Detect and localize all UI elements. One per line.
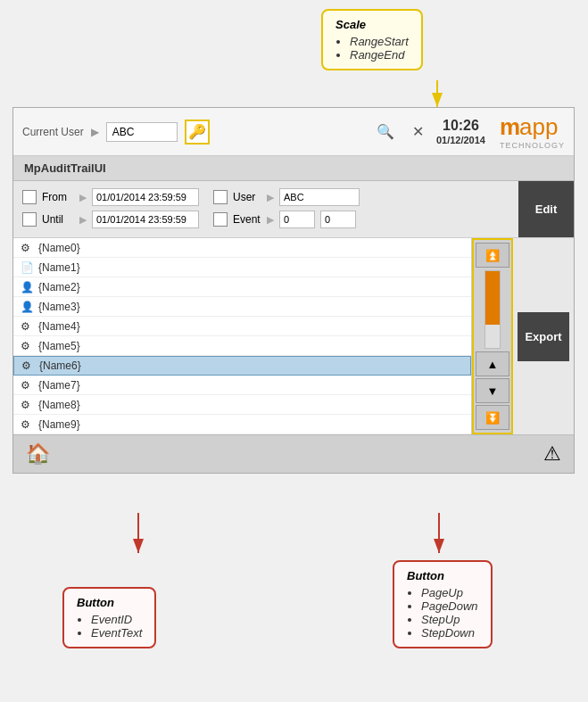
filter-area: From ▶ User ▶ Until ▶ Event ▶ Edit [13,181,574,238]
warning-icon[interactable]: ⚠ [543,442,561,466]
current-user-label: Current User [22,126,84,138]
item-icon-4: ⚙ [21,320,35,333]
button-item-pagedown: PageDown [421,599,478,613]
scale-tooltip-title: Scale [335,18,409,31]
from-input[interactable] [92,188,199,206]
list-item[interactable]: 👤 {Name2} [13,277,471,297]
until-label: Until [42,213,74,226]
button-tooltip-right: Button PageUp PageDown StepUp StepDown [393,560,493,648]
list-item[interactable]: ⚙ {Name7} [13,376,471,395]
button-tooltip-left-list: EventID EventText [77,613,142,640]
item-icon-2: 👤 [21,281,35,293]
key-button[interactable]: 🔑 [185,120,210,145]
scale-tooltip-list: RangeStart RangeEnd [335,35,409,62]
until-checkbox[interactable] [22,212,37,227]
export-panel: Export [513,238,574,434]
main-panel: Current User ▶ 🔑 🔍 ✕ 10:26 01/12/2014 ma… [12,107,575,474]
export-button[interactable]: Export [518,312,569,361]
item-icon-5: ⚙ [21,340,35,352]
item-icon-3: 👤 [21,301,35,313]
item-icon-9: ⚙ [21,418,35,431]
item-icon-8: ⚙ [21,399,35,411]
scale-tooltip: Scale RangeStart RangeEnd [321,9,423,70]
logo-sub: TECHNOLOGY [500,141,565,150]
user-label: User [233,191,261,203]
filter-row-1: From ▶ User ▶ [22,188,565,206]
bottom-bar: 🏠 ⚠ [13,434,574,473]
scrollbar-panel: ⏫ ▲ ▼ ⏬ [472,238,513,434]
scale-item-1: RangeStart [350,35,409,48]
list-item[interactable]: ⚙ {Name0} [13,238,471,258]
edit-button[interactable]: Edit [518,181,574,237]
button-tooltip-right-title: Button [407,569,478,582]
item-icon-7: ⚙ [21,379,35,392]
event-input-2[interactable] [320,211,356,228]
from-checkbox[interactable] [22,190,37,204]
from-label: From [42,191,74,203]
user-filter-input[interactable] [279,188,360,206]
button-tooltip-left-title: Button [77,596,142,609]
header-bar: Current User ▶ 🔑 🔍 ✕ 10:26 01/12/2014 ma… [13,108,574,156]
home-icon[interactable]: 🏠 [26,442,50,466]
button-tooltip-right-list: PageUp PageDown StepUp StepDown [407,586,478,640]
button-item-eventtext: EventText [91,626,142,640]
list-item[interactable]: 👤 {Name3} [13,297,471,317]
list-item-highlighted[interactable]: ⚙ {Name6} [13,356,471,376]
item-icon-1: 📄 [21,261,35,274]
button-item-stepdown: StepDown [421,626,478,640]
filter-row-2: Until ▶ Event ▶ [22,211,565,228]
item-icon-6: ⚙ [21,359,36,372]
logo-area: mapp TECHNOLOGY [500,113,565,150]
scroll-up-button[interactable]: ▲ [476,351,509,376]
scroll-track [484,270,501,349]
scroll-down-button[interactable]: ▼ [476,378,509,403]
event-input-1[interactable] [279,211,315,228]
list-section: ⚙ {Name0} 📄 {Name1} 👤 {Name2} 👤 {Name3} … [13,238,574,434]
button-item-eventid: EventID [91,613,142,626]
list-items-container: ⚙ {Name0} 📄 {Name1} 👤 {Name2} 👤 {Name3} … [13,238,472,434]
scroll-top-button[interactable]: ⏫ [476,243,509,268]
user-input[interactable] [106,122,178,142]
settings-icon[interactable]: ✕ [412,123,424,140]
list-item[interactable]: ⚙ {Name8} [13,395,471,415]
event-checkbox[interactable] [213,212,228,227]
scroll-thumb[interactable] [485,271,500,325]
until-input[interactable] [92,211,199,228]
button-item-pageup: PageUp [421,586,478,599]
search-icon[interactable]: 🔍 [377,123,394,140]
item-icon-0: ⚙ [21,242,35,254]
scale-item-2: RangeEnd [350,48,409,62]
page-title: MpAuditTrailUI [24,161,106,175]
user-checkbox[interactable] [213,190,228,204]
title-bar: MpAuditTrailUI [13,156,574,181]
header-time: 10:26 01/12/2014 [436,117,485,145]
list-item[interactable]: ⚙ {Name4} [13,317,471,336]
list-item[interactable]: ⚙ {Name9} [13,415,471,434]
key-icon: 🔑 [188,123,206,140]
button-tooltip-left: Button EventID EventText [62,587,156,648]
event-label: Event [233,213,261,226]
list-item[interactable]: 📄 {Name1} [13,258,471,277]
list-item[interactable]: ⚙ {Name5} [13,336,471,356]
scroll-bottom-button[interactable]: ⏬ [476,405,509,430]
button-item-stepup: StepUp [421,613,478,626]
